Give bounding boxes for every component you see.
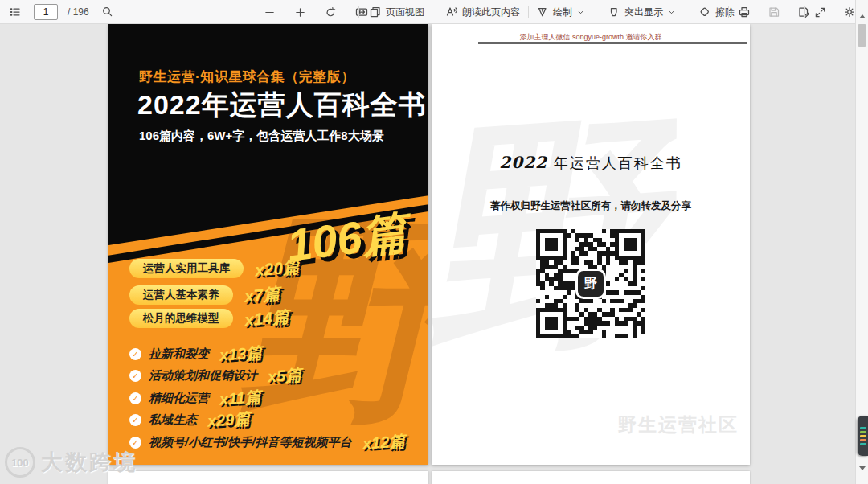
- checklist-item: ✓ 私域生态 x29篇: [129, 412, 250, 429]
- pill-label: 运营人基本素养: [129, 285, 233, 305]
- checklist-count: x13篇: [219, 342, 263, 367]
- page-view-label: 页面视图: [386, 6, 424, 19]
- page-view-button[interactable]: 页面视图: [366, 4, 427, 21]
- checklist-item: ✓ 活动策划和促销设计 x5篇: [129, 367, 301, 384]
- read-aloud-icon: [445, 6, 458, 18]
- qr-center-logo: 野: [578, 271, 604, 297]
- pill-label: 松月的思维模型: [129, 309, 233, 328]
- pen-icon: [536, 6, 549, 18]
- minus-icon: [264, 6, 276, 18]
- widget-stripe: [860, 427, 866, 429]
- check-icon: ✓: [129, 414, 141, 426]
- pdf-page-2: 野 添加主理人微信 songyue-growth 邀请你入群 2022 年运营人…: [432, 24, 750, 465]
- plus-icon: [294, 6, 306, 18]
- search-icon: [101, 6, 114, 18]
- save-button[interactable]: [765, 4, 783, 20]
- highlight-button[interactable]: 突出显示: [605, 4, 678, 21]
- widget-stripe: [860, 431, 866, 433]
- checklist-count: x5篇: [267, 364, 302, 388]
- checklist-label: 精细化运营: [149, 391, 209, 406]
- title-rest: 年运营人百科全书: [547, 154, 682, 171]
- page-view-icon: [369, 6, 382, 18]
- poster-subtitle: 106篇内容，6W+字，包含运营人工作8大场景: [139, 129, 384, 144]
- header-rule: [478, 42, 747, 44]
- page-total: / 196: [68, 6, 89, 18]
- checklist-label: 视频号/小红书/快手/抖音等短视频平台: [149, 435, 352, 450]
- checklist-count: x11篇: [219, 386, 262, 411]
- scroll-down-button[interactable]: [856, 470, 868, 482]
- zoom-in-button[interactable]: [292, 5, 309, 20]
- widget-stripe: [860, 443, 866, 445]
- pill-count: x14篇: [243, 306, 289, 332]
- brand-overlay: 100 大数跨境: [5, 447, 137, 478]
- next-page-right: [432, 471, 750, 484]
- checklist-item: ✓ 拉新和裂变 x13篇: [129, 346, 262, 363]
- pill-row: 运营人基本素养 x7篇: [129, 285, 280, 305]
- pdf-toolbar: / 196: [0, 0, 855, 24]
- save-icon: [768, 6, 780, 18]
- draw-label: 绘制: [553, 6, 572, 19]
- toc-icon: [9, 6, 22, 18]
- checklist-label: 活动策划和促销设计: [149, 368, 257, 384]
- chevron-down-icon: [576, 8, 585, 17]
- checklist-label: 拉新和裂变: [149, 347, 209, 362]
- check-icon: ✓: [129, 392, 141, 404]
- zoom-out-button[interactable]: [261, 5, 278, 20]
- toc-button[interactable]: [6, 4, 24, 20]
- printer-icon: [738, 6, 751, 18]
- poster-kicker: 野生运营·知识星球合集（完整版）: [139, 68, 355, 86]
- fullscreen-button[interactable]: [812, 5, 829, 20]
- checklist-count: x29篇: [207, 408, 251, 433]
- chevron-down-icon: [667, 8, 676, 17]
- checklist-item: ✓ 视频号/小红书/快手/抖音等短视频平台 x12篇: [129, 434, 405, 451]
- scroll-up-icon: [859, 2, 866, 18]
- title-year: 2022: [499, 153, 547, 172]
- vertical-scrollbar: [855, 0, 868, 484]
- rotate-button[interactable]: [322, 5, 339, 20]
- pill-count: x20篇: [254, 256, 301, 282]
- check-icon: ✓: [129, 370, 141, 382]
- checklist-item: ✓ 精细化运营 x11篇: [129, 390, 261, 407]
- pill-label: 运营人实用工具库: [129, 259, 244, 278]
- check-icon: ✓: [129, 348, 141, 360]
- checklist-label: 私域生态: [149, 412, 197, 428]
- rotate-icon: [325, 6, 337, 18]
- search-button[interactable]: [99, 4, 117, 20]
- brand-text: 大数跨境: [41, 448, 137, 477]
- copyright-line: 著作权归野生运营社区所有，请勿转发及分享: [432, 199, 750, 213]
- widget-stripe: [860, 439, 866, 441]
- brand-logo-icon: 100: [5, 447, 35, 478]
- draw-button[interactable]: 绘制: [534, 4, 588, 21]
- erase-button[interactable]: 擦除: [696, 4, 737, 21]
- page-number-input[interactable]: [34, 4, 58, 20]
- extension-float-widget[interactable]: [858, 416, 868, 456]
- pill-row: 运营人实用工具库 x20篇: [129, 259, 300, 278]
- page-title: 2022 年运营人百科全书: [432, 153, 750, 173]
- footer-watermark: 野生运营社区: [618, 412, 739, 437]
- print-button[interactable]: [735, 4, 753, 20]
- poster-title: 2022年运营人百科全书: [137, 87, 427, 124]
- pdf-page-1: 野 野生运营·知识星球合集（完整版） 2022年运营人百科全书 106篇内容，6…: [108, 24, 428, 465]
- read-aloud-button[interactable]: 朗读此页内容: [443, 4, 522, 21]
- next-page-left: [108, 471, 428, 484]
- highlighter-icon: [608, 6, 620, 18]
- highlight-label: 突出显示: [624, 6, 663, 19]
- pill-count: x7篇: [243, 282, 280, 308]
- checklist-count: x12篇: [362, 430, 406, 455]
- pill-row: 松月的思维模型 x14篇: [129, 309, 289, 328]
- widget-stripe: [860, 435, 866, 437]
- scroll-up-button[interactable]: [856, 2, 868, 14]
- scrollbar-thumb[interactable]: [858, 24, 866, 47]
- scroll-down-icon: [859, 466, 866, 482]
- expand-icon: [814, 6, 826, 18]
- eraser-icon: [698, 6, 711, 18]
- erase-label: 擦除: [715, 6, 735, 19]
- pdf-canvas: 野 野生运营·知识星球合集（完整版） 2022年运营人百科全书 106篇内容，6…: [0, 24, 868, 484]
- qr-code-wrap: 野: [536, 229, 645, 338]
- read-aloud-label: 朗读此页内容: [462, 6, 520, 19]
- gear-icon: [843, 6, 856, 18]
